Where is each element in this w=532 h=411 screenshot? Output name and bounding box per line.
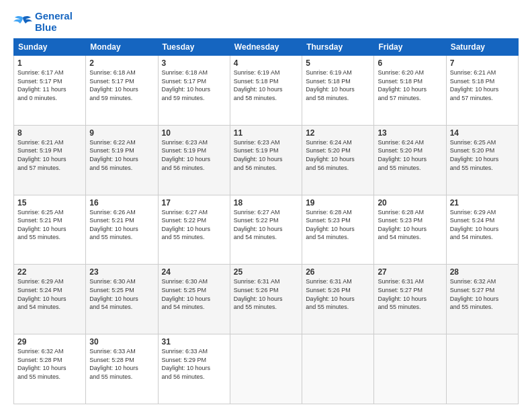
calendar-cell: 18Sunrise: 6:27 AMSunset: 5:22 PMDayligh… <box>230 195 302 265</box>
day-info: Sunrise: 6:19 AMSunset: 5:18 PMDaylight:… <box>234 68 298 102</box>
calendar-cell <box>374 334 446 404</box>
day-number: 12 <box>306 128 370 138</box>
day-info: Sunrise: 6:25 AMSunset: 5:20 PMDaylight:… <box>450 138 515 172</box>
day-number: 31 <box>162 337 226 347</box>
logo: General Blue <box>13 11 73 33</box>
calendar-cell: 1Sunrise: 6:17 AMSunset: 5:17 PMDaylight… <box>14 56 86 126</box>
calendar-cell: 30Sunrise: 6:33 AMSunset: 5:28 PMDayligh… <box>86 334 158 404</box>
day-info: Sunrise: 6:33 AMSunset: 5:28 PMDaylight:… <box>89 347 154 381</box>
day-info: Sunrise: 6:28 AMSunset: 5:23 PMDaylight:… <box>378 208 442 242</box>
day-number: 13 <box>378 128 442 138</box>
weekday-header-friday: Friday <box>374 39 446 56</box>
day-number: 20 <box>378 198 442 208</box>
day-info: Sunrise: 6:18 AMSunset: 5:17 PMDaylight:… <box>89 68 154 102</box>
day-number: 19 <box>306 198 370 208</box>
calendar-cell: 12Sunrise: 6:24 AMSunset: 5:20 PMDayligh… <box>302 125 374 195</box>
weekday-header-tuesday: Tuesday <box>158 39 230 56</box>
calendar-week-2: 8Sunrise: 6:21 AMSunset: 5:19 PMDaylight… <box>14 125 519 195</box>
calendar-cell: 16Sunrise: 6:26 AMSunset: 5:21 PMDayligh… <box>86 195 158 265</box>
day-number: 29 <box>17 337 82 347</box>
day-number: 5 <box>306 58 370 68</box>
weekday-header-monday: Monday <box>86 39 158 56</box>
day-number: 1 <box>17 58 82 68</box>
calendar-cell: 5Sunrise: 6:19 AMSunset: 5:18 PMDaylight… <box>302 56 374 126</box>
calendar-cell: 2Sunrise: 6:18 AMSunset: 5:17 PMDaylight… <box>86 56 158 126</box>
day-info: Sunrise: 6:28 AMSunset: 5:23 PMDaylight:… <box>306 208 370 242</box>
calendar-cell: 20Sunrise: 6:28 AMSunset: 5:23 PMDayligh… <box>374 195 446 265</box>
calendar-cell: 23Sunrise: 6:30 AMSunset: 5:25 PMDayligh… <box>86 265 158 334</box>
day-number: 16 <box>89 198 154 208</box>
day-number: 30 <box>89 337 154 347</box>
day-info: Sunrise: 6:21 AMSunset: 5:18 PMDaylight:… <box>450 68 515 102</box>
calendar-table: SundayMondayTuesdayWednesdayThursdayFrid… <box>13 38 519 404</box>
weekday-header-saturday: Saturday <box>446 39 518 56</box>
day-number: 22 <box>17 267 82 277</box>
calendar-cell: 4Sunrise: 6:19 AMSunset: 5:18 PMDaylight… <box>230 56 302 126</box>
day-info: Sunrise: 6:17 AMSunset: 5:17 PMDaylight:… <box>17 68 82 102</box>
calendar-cell <box>446 334 518 404</box>
day-number: 25 <box>234 267 298 277</box>
day-number: 10 <box>162 128 226 138</box>
day-info: Sunrise: 6:18 AMSunset: 5:17 PMDaylight:… <box>162 68 226 102</box>
day-info: Sunrise: 6:24 AMSunset: 5:20 PMDaylight:… <box>306 138 370 172</box>
day-info: Sunrise: 6:29 AMSunset: 5:24 PMDaylight:… <box>450 208 515 242</box>
calendar-cell: 19Sunrise: 6:28 AMSunset: 5:23 PMDayligh… <box>302 195 374 265</box>
weekday-header-sunday: Sunday <box>14 39 86 56</box>
day-info: Sunrise: 6:24 AMSunset: 5:20 PMDaylight:… <box>378 138 442 172</box>
calendar-cell: 29Sunrise: 6:32 AMSunset: 5:28 PMDayligh… <box>14 334 86 404</box>
calendar-cell: 3Sunrise: 6:18 AMSunset: 5:17 PMDaylight… <box>158 56 230 126</box>
calendar-cell: 9Sunrise: 6:22 AMSunset: 5:19 PMDaylight… <box>86 125 158 195</box>
weekday-header-wednesday: Wednesday <box>230 39 302 56</box>
day-number: 7 <box>450 58 515 68</box>
calendar-cell: 21Sunrise: 6:29 AMSunset: 5:24 PMDayligh… <box>446 195 518 265</box>
day-info: Sunrise: 6:29 AMSunset: 5:24 PMDaylight:… <box>17 277 82 311</box>
calendar-cell: 14Sunrise: 6:25 AMSunset: 5:20 PMDayligh… <box>446 125 518 195</box>
day-info: Sunrise: 6:19 AMSunset: 5:18 PMDaylight:… <box>306 68 370 102</box>
calendar-cell: 28Sunrise: 6:32 AMSunset: 5:27 PMDayligh… <box>446 265 518 334</box>
day-info: Sunrise: 6:26 AMSunset: 5:21 PMDaylight:… <box>89 208 154 242</box>
day-info: Sunrise: 6:31 AMSunset: 5:26 PMDaylight:… <box>306 277 370 311</box>
calendar-cell: 17Sunrise: 6:27 AMSunset: 5:22 PMDayligh… <box>158 195 230 265</box>
header: General Blue <box>13 11 519 33</box>
day-number: 24 <box>162 267 226 277</box>
calendar-cell: 26Sunrise: 6:31 AMSunset: 5:26 PMDayligh… <box>302 265 374 334</box>
day-number: 27 <box>378 267 442 277</box>
day-info: Sunrise: 6:32 AMSunset: 5:28 PMDaylight:… <box>17 347 82 381</box>
logo-text: General Blue <box>35 11 73 33</box>
day-number: 3 <box>162 58 226 68</box>
day-number: 17 <box>162 198 226 208</box>
day-info: Sunrise: 6:27 AMSunset: 5:22 PMDaylight:… <box>162 208 226 242</box>
day-info: Sunrise: 6:30 AMSunset: 5:25 PMDaylight:… <box>162 277 226 311</box>
day-info: Sunrise: 6:25 AMSunset: 5:21 PMDaylight:… <box>17 208 82 242</box>
day-info: Sunrise: 6:33 AMSunset: 5:29 PMDaylight:… <box>162 347 226 381</box>
day-number: 8 <box>17 128 82 138</box>
calendar-cell: 11Sunrise: 6:23 AMSunset: 5:19 PMDayligh… <box>230 125 302 195</box>
calendar-cell: 7Sunrise: 6:21 AMSunset: 5:18 PMDaylight… <box>446 56 518 126</box>
logo-icon <box>13 15 32 30</box>
day-number: 15 <box>17 198 82 208</box>
day-number: 9 <box>89 128 154 138</box>
page: General Blue SundayMondayTuesdayWednesda… <box>0 0 532 411</box>
day-info: Sunrise: 6:21 AMSunset: 5:19 PMDaylight:… <box>17 138 82 172</box>
day-number: 23 <box>89 267 154 277</box>
day-info: Sunrise: 6:23 AMSunset: 5:19 PMDaylight:… <box>162 138 226 172</box>
day-info: Sunrise: 6:30 AMSunset: 5:25 PMDaylight:… <box>89 277 154 311</box>
calendar-cell <box>230 334 302 404</box>
day-number: 11 <box>234 128 298 138</box>
day-number: 14 <box>450 128 515 138</box>
calendar-cell: 6Sunrise: 6:20 AMSunset: 5:18 PMDaylight… <box>374 56 446 126</box>
day-info: Sunrise: 6:23 AMSunset: 5:19 PMDaylight:… <box>234 138 298 172</box>
calendar-cell: 15Sunrise: 6:25 AMSunset: 5:21 PMDayligh… <box>14 195 86 265</box>
day-number: 4 <box>234 58 298 68</box>
calendar-cell: 22Sunrise: 6:29 AMSunset: 5:24 PMDayligh… <box>14 265 86 334</box>
calendar-cell: 13Sunrise: 6:24 AMSunset: 5:20 PMDayligh… <box>374 125 446 195</box>
calendar-week-4: 22Sunrise: 6:29 AMSunset: 5:24 PMDayligh… <box>14 265 519 334</box>
day-number: 2 <box>89 58 154 68</box>
calendar-cell: 10Sunrise: 6:23 AMSunset: 5:19 PMDayligh… <box>158 125 230 195</box>
day-info: Sunrise: 6:22 AMSunset: 5:19 PMDaylight:… <box>89 138 154 172</box>
day-number: 26 <box>306 267 370 277</box>
calendar-week-1: 1Sunrise: 6:17 AMSunset: 5:17 PMDaylight… <box>14 56 519 126</box>
calendar-cell <box>302 334 374 404</box>
day-info: Sunrise: 6:27 AMSunset: 5:22 PMDaylight:… <box>234 208 298 242</box>
calendar-cell: 24Sunrise: 6:30 AMSunset: 5:25 PMDayligh… <box>158 265 230 334</box>
